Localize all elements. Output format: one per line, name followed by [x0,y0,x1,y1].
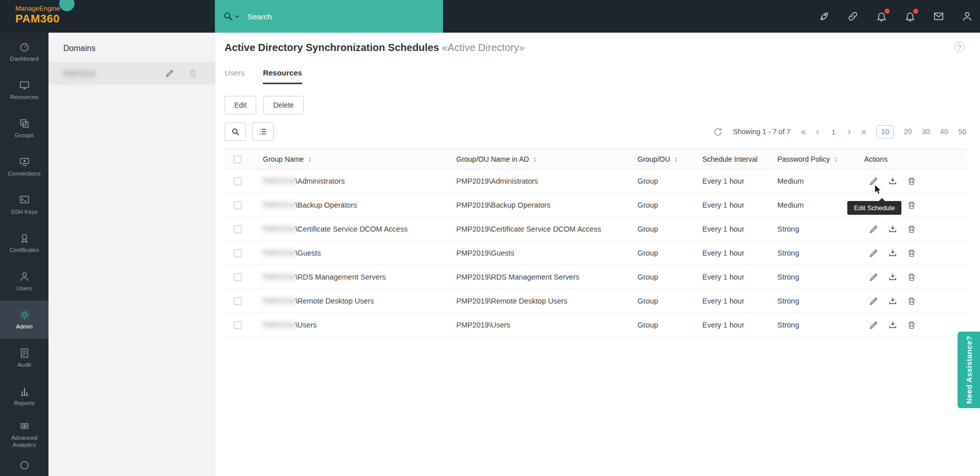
group-name: \RDS Management Servers [296,273,386,281]
admin-gear-icon [19,309,30,320]
import-now-icon[interactable] [888,296,897,306]
row-checkbox[interactable] [234,297,241,305]
delete-schedule-trash-icon[interactable] [907,296,916,306]
quick-connect-link-icon[interactable] [847,11,859,22]
domain-edit-pencil-icon[interactable] [165,69,174,78]
sort-arrows-icon[interactable]: ▲▼ [308,157,311,163]
sidebar-item-ssh-keys[interactable]: SSH Keys [0,186,48,224]
sidebar-item-dashboard[interactable]: Dashboard [0,33,48,71]
dashboard-icon [19,41,30,53]
row-checkbox[interactable] [234,226,241,233]
prev-page-button[interactable]: ‹ [816,127,819,136]
import-now-icon[interactable] [888,177,897,186]
row-actions [864,272,966,282]
search-toggle-button[interactable] [225,122,246,141]
delete-schedule-trash-icon[interactable] [907,224,916,234]
page-size-50[interactable]: 50 [958,128,966,136]
sidebar-item-admin[interactable]: Admin [0,300,48,339]
app-logo[interactable]: ManageEngine PAM360 [15,5,60,26]
sidebar-item-audit[interactable]: Audit [0,339,48,377]
delete-schedule-trash-icon[interactable] [907,201,916,210]
domain-list-item[interactable]: PMP2019 [48,62,215,85]
tab-resources[interactable]: Resources [263,68,302,84]
column-chooser-button[interactable] [252,122,274,141]
sidebar-label: Admin [14,323,34,330]
schedule-interval: Every 1 hour [695,193,770,217]
delete-schedule-trash-icon[interactable] [907,177,916,186]
select-all-checkbox[interactable] [234,156,241,163]
schedule-interval: Every 1 hour [695,217,770,241]
refresh-icon[interactable] [713,127,723,137]
group-ou-type: Group [630,241,695,265]
row-checkbox[interactable] [234,321,241,329]
sidebar-item-users[interactable]: Users [0,262,48,300]
next-page-button[interactable]: › [848,127,851,136]
column-header-group-ou[interactable]: Group/OU▲▼ [630,149,695,169]
sidebar-item-advanced-analytics[interactable]: Advanced Analytics [0,415,48,454]
delete-schedule-trash-icon[interactable] [907,272,916,282]
page-size-30[interactable]: 30 [922,128,930,136]
search-scope-caret-icon [235,14,239,19]
ad-name: PMP2019\Certificate Service DCOM Access [449,217,630,241]
edit-schedule-pencil-icon[interactable] [869,248,878,258]
first-page-button[interactable]: « [801,127,806,136]
edit-schedule-pencil-icon[interactable] [869,272,878,282]
user-menu-icon[interactable] [962,11,973,22]
row-checkbox[interactable] [234,249,241,257]
search-input[interactable] [247,12,415,21]
row-checkbox[interactable] [234,202,241,209]
search-icon [231,128,240,136]
import-now-icon[interactable] [888,248,897,258]
column-header-schedule-interval: Schedule Interval [695,149,770,169]
sidebar-item-resources[interactable]: Resources [0,71,48,109]
delete-schedule-trash-icon[interactable] [907,320,916,330]
sidebar-item-partial[interactable] [0,454,48,476]
import-now-icon[interactable] [888,224,897,234]
last-page-button[interactable]: » [861,127,866,136]
delete-button[interactable]: Delete [263,96,303,114]
sidebar-label: Advanced Analytics [0,435,48,448]
sidebar-item-connections[interactable]: Connections [0,147,48,186]
groups-icon [19,118,30,129]
sidebar-item-certificates[interactable]: Certificates [0,224,48,262]
notifications-bell-icon[interactable] [904,11,916,22]
sidebar-item-groups[interactable]: Groups [0,109,48,147]
table-row: PMP2019\Remote Desktop Users PMP2019\Rem… [225,289,966,313]
page-size-20[interactable]: 20 [904,128,912,136]
ad-name: PMP2019\Users [449,313,630,337]
password-policy: Strong [770,313,857,337]
column-header-group-name[interactable]: Group Name▲▼ [250,149,449,169]
sidebar-item-reports[interactable]: Reports [0,377,48,415]
schedules-table: Group Name▲▼ Group/OU Name in AD▲▼ Group… [225,148,966,337]
mail-icon[interactable] [933,11,944,22]
current-page[interactable]: 1 [829,128,838,136]
help-icon[interactable]: ? [954,42,965,52]
delete-schedule-trash-icon[interactable] [907,248,916,258]
edit-schedule-pencil-icon[interactable] [869,320,878,330]
sort-arrows-icon[interactable]: ▲▼ [674,157,678,163]
row-checkbox[interactable] [234,178,241,185]
row-checkbox[interactable] [234,273,241,281]
column-header-password-policy[interactable]: Password Policy▲▼ [770,149,857,169]
whats-new-rocket-icon[interactable] [819,11,830,22]
tab-users[interactable]: Users [225,68,244,84]
edit-button[interactable]: Edit [225,96,256,114]
import-now-icon[interactable] [888,272,897,282]
column-header-ad-name[interactable]: Group/OU Name in AD▲▼ [449,149,630,169]
edit-schedule-pencil-icon[interactable] [869,224,878,234]
table-row: PMP2019\Guests PMP2019\Guests Group Ever… [225,241,966,265]
search-scope-selector[interactable] [223,11,239,21]
page-title-text: Active Directory Synchronization Schedul… [225,42,439,53]
column-label: Password Policy [777,155,830,163]
sidebar-label: Resources [9,94,40,101]
domain-delete-trash-icon[interactable] [188,69,197,78]
alerts-bell-icon[interactable] [876,11,887,22]
sort-arrows-icon[interactable]: ▲▼ [834,157,838,163]
need-assistance-tab[interactable]: Need Assistance? [958,332,980,408]
import-now-icon[interactable] [888,320,897,330]
page-size-40[interactable]: 40 [940,128,948,136]
group-name: \Backup Operators [296,201,357,209]
edit-schedule-pencil-icon[interactable] [869,296,878,306]
page-size-10[interactable]: 10 [876,125,894,138]
sort-arrows-icon[interactable]: ▲▼ [533,157,536,163]
